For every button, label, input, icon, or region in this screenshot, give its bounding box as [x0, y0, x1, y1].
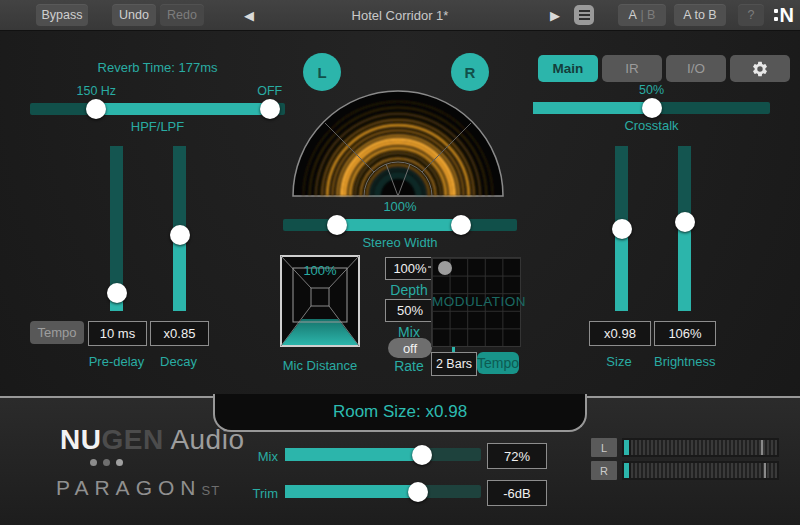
- tab-ir[interactable]: IR: [602, 55, 662, 82]
- brand-audio: Audio: [164, 424, 245, 455]
- stereo-width-right-handle[interactable]: [451, 215, 471, 235]
- brand-wordmark: NUGEN Audio: [60, 424, 245, 456]
- decay-fill: [173, 235, 186, 311]
- mix-label: Mix: [248, 449, 278, 464]
- ab-compare-button[interactable]: A | B: [618, 4, 666, 26]
- mod-tempo-button[interactable]: Tempo: [477, 352, 519, 374]
- mod-depth-label: Depth: [385, 282, 433, 298]
- trim-handle[interactable]: [408, 482, 428, 502]
- mix-value-box[interactable]: 72%: [487, 443, 547, 469]
- size-fill: [615, 229, 628, 312]
- lpf-handle[interactable]: [260, 99, 280, 119]
- ab-a-label: A: [629, 8, 637, 22]
- mod-mix-value-box[interactable]: 50%: [385, 299, 435, 322]
- hpf-lpf-slider[interactable]: 150 Hz OFF HPF/LPF: [30, 103, 285, 115]
- mix-handle[interactable]: [412, 445, 432, 465]
- ab-separator: |: [640, 8, 643, 22]
- meter-left-row: L: [591, 438, 779, 457]
- mod-depth-value-box[interactable]: 100%: [385, 257, 435, 280]
- tab-main[interactable]: Main: [538, 55, 598, 82]
- reverb-radar-display: [290, 88, 506, 198]
- meter-left-peak-tick: [761, 440, 763, 455]
- predelay-label: Pre-delay: [88, 354, 145, 369]
- predelay-handle[interactable]: [107, 283, 127, 303]
- top-bar: Bypass Undo Redo ◀ Hotel Corridor 1* ▶ A…: [0, 0, 800, 31]
- meter-left-signal: [624, 440, 629, 455]
- brightness-value-box[interactable]: 106%: [654, 321, 716, 346]
- mix-slider[interactable]: [285, 448, 481, 461]
- mod-rate-off-button[interactable]: off: [388, 338, 432, 358]
- meter-right-stripes: [631, 463, 777, 478]
- modulation-handle[interactable]: [438, 261, 452, 275]
- trim-value-box[interactable]: -6dB: [487, 480, 547, 506]
- size-slider[interactable]: [615, 146, 628, 311]
- undo-button[interactable]: Undo: [112, 4, 156, 26]
- crosstalk-handle[interactable]: [642, 98, 662, 118]
- reverb-time-readout: Reverb Time: 177ms: [30, 60, 285, 75]
- stereo-width-value: 100%: [283, 199, 517, 214]
- ab-b-label: B: [647, 8, 655, 22]
- product-name: PARAGONST: [56, 476, 220, 500]
- brightness-fill: [678, 222, 691, 311]
- trim-label: Trim: [248, 486, 278, 501]
- meter-right-signal: [624, 463, 629, 478]
- tab-io[interactable]: I/O: [666, 55, 726, 82]
- mod-rate-label: Rate: [385, 358, 433, 374]
- bypass-button[interactable]: Bypass: [36, 4, 88, 26]
- tempo-sync-button[interactable]: Tempo: [30, 321, 84, 344]
- room-size-readout: Room Size: x0.98: [333, 402, 467, 422]
- crosstalk-label: Crosstalk: [533, 118, 770, 133]
- nugen-logo-dots-icon: [774, 9, 778, 21]
- right-channel-badge: R: [451, 53, 489, 91]
- trim-fill: [285, 485, 418, 498]
- help-button[interactable]: ?: [738, 4, 764, 26]
- meter-right-row: R: [591, 461, 779, 480]
- product-suffix: ST: [201, 483, 220, 498]
- mix-fill: [285, 448, 422, 461]
- preset-menu-icon[interactable]: [574, 5, 594, 25]
- trim-slider[interactable]: [285, 485, 481, 498]
- stereo-width-slider[interactable]: 100% Stereo Width: [283, 219, 517, 231]
- decay-label: Decay: [150, 354, 207, 369]
- predelay-value-box[interactable]: 10 ms: [88, 321, 147, 346]
- room-size-notch: Room Size: x0.98: [213, 394, 587, 432]
- redo-button[interactable]: Redo: [160, 4, 204, 26]
- hpf-handle[interactable]: [86, 99, 106, 119]
- size-handle[interactable]: [612, 219, 632, 239]
- meter-right-bar: [622, 461, 779, 480]
- crosstalk-slider[interactable]: 50% Crosstalk: [533, 102, 770, 114]
- decay-handle[interactable]: [170, 225, 190, 245]
- previous-preset-icon[interactable]: ◀: [244, 0, 254, 30]
- brand-nu: NU: [60, 424, 101, 455]
- meter-left-bar: [622, 438, 779, 457]
- mic-distance-label: Mic Distance: [268, 358, 372, 373]
- modulation-xy-pad[interactable]: MODULATION: [431, 257, 521, 347]
- brand-gen: GEN: [101, 424, 163, 455]
- decay-slider[interactable]: [173, 146, 186, 311]
- product-paragon: PARAGON: [56, 476, 201, 499]
- gear-icon: [751, 60, 769, 78]
- predelay-slider[interactable]: [110, 146, 123, 311]
- nugen-logo-letter: N: [780, 4, 794, 26]
- brightness-handle[interactable]: [675, 212, 695, 232]
- nugen-logo: N: [774, 4, 794, 26]
- hpf-lpf-fill: [96, 103, 269, 115]
- stereo-width-left-handle[interactable]: [327, 215, 347, 235]
- paragon-plugin-window: Bypass Undo Redo ◀ Hotel Corridor 1* ▶ A…: [0, 0, 800, 525]
- stereo-width-label: Stereo Width: [283, 235, 517, 250]
- mic-distance-value: 100%: [280, 263, 360, 278]
- brightness-slider[interactable]: [678, 146, 691, 311]
- preset-name[interactable]: Hotel Corridor 1*: [300, 0, 500, 30]
- brand-dots-icon: [90, 459, 123, 466]
- decay-value-box[interactable]: x0.85: [150, 321, 209, 346]
- brightness-label: Brightness: [654, 354, 714, 369]
- settings-tab[interactable]: [730, 55, 790, 82]
- next-preset-icon[interactable]: ▶: [550, 0, 560, 30]
- a-to-b-button[interactable]: A to B: [674, 4, 726, 26]
- hpf-lpf-label: HPF/LPF: [30, 119, 285, 134]
- size-value-box[interactable]: x0.98: [589, 321, 651, 346]
- meter-left-label: L: [591, 438, 617, 457]
- mod-rate-bars-box[interactable]: 2 Bars: [431, 352, 477, 376]
- size-label: Size: [589, 354, 649, 369]
- modulation-watermark: MODULATION: [432, 294, 520, 309]
